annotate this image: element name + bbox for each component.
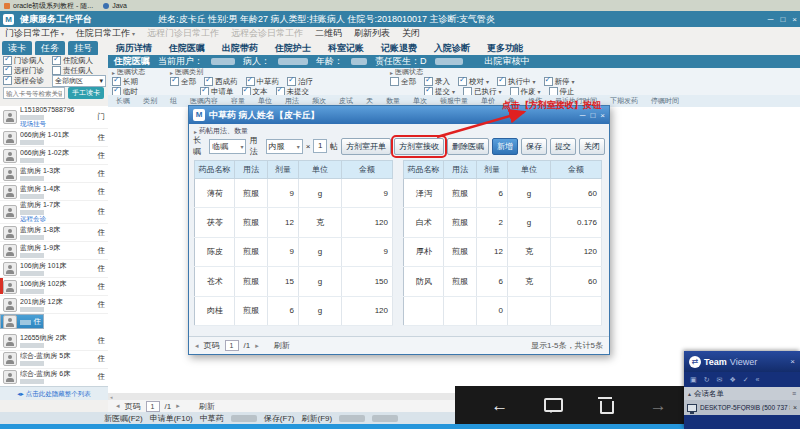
patient-list-item[interactable]: 蓝病房 1-8床 住 <box>0 224 108 242</box>
menu-item[interactable]: 远程会诊日常工作 ▾ <box>231 27 303 40</box>
herb-row[interactable]: 白术煎服2g0.176 <box>404 208 602 237</box>
filter-checkbox[interactable]: 执行中▾ <box>497 77 536 87</box>
session-list-header[interactable]: ▴ 会话名单 ≡ <box>684 387 800 400</box>
patient-list-item[interactable]: 12655病房 2床 住 <box>0 333 108 351</box>
forward-arrow-icon[interactable]: → <box>650 397 667 414</box>
dialog-button[interactable]: 方剂室开单 <box>341 138 391 155</box>
herb-column-header[interactable]: 金额 <box>342 161 393 179</box>
order-column-header[interactable]: 长嘱 <box>116 96 130 106</box>
filter-checkbox[interactable]: 治疗▾ <box>287 77 313 87</box>
filter-checkbox[interactable]: 西成药▾ <box>204 77 238 87</box>
refresh-icon[interactable]: ↻ <box>704 376 710 384</box>
ward-select[interactable]: 全部病区▾ <box>52 75 106 87</box>
next-page-icon[interactable]: ▸ <box>176 402 180 410</box>
herb-row[interactable]: 厚朴煎服12克120 <box>404 237 602 266</box>
order-type-select[interactable]: 临嘱▾ <box>209 139 246 154</box>
herb-column-header[interactable]: 药品名称 <box>195 161 235 179</box>
patient-list-item[interactable]: 066病房 1-02床 住 <box>0 147 108 165</box>
session-entry[interactable]: DESKTOP-5FQR9IB (500 737 88 7 × <box>684 400 800 415</box>
bottom-toolbar-item[interactable]: 刷新(F9) <box>301 413 332 424</box>
dialog-button[interactable]: 方剂室接收 <box>394 138 444 155</box>
filter-checkbox[interactable]: 新停▾ <box>544 77 575 87</box>
prev-page-icon[interactable]: ◂ <box>195 342 199 350</box>
nav-tab[interactable]: 住院护士 <box>275 42 311 55</box>
patient-list-item[interactable]: 蓝病房 1-7床 远程会诊 住 <box>0 201 108 224</box>
order-column-header[interactable]: 停嘱时间 <box>651 96 679 106</box>
patient-list-item[interactable]: 201病房 12床 住 <box>0 296 108 314</box>
refresh-button[interactable]: 刷新 <box>199 401 215 412</box>
menu-item[interactable]: 门诊日常工作 ▾ <box>5 27 64 40</box>
herb-column-header[interactable]: 用法 <box>444 161 477 179</box>
nav-tab[interactable]: 入院诊断 <box>434 42 470 55</box>
patient-list-item[interactable]: 住 <box>0 314 44 329</box>
filter-checkbox[interactable]: 中草药▾ <box>246 77 280 87</box>
herb-column-header[interactable]: 剂量 <box>268 161 299 179</box>
check-icon[interactable]: ✓ <box>743 376 749 384</box>
patient-action-link[interactable]: 远程会诊 <box>20 215 95 223</box>
next-page-icon[interactable]: ▸ <box>255 342 259 350</box>
filter-checkbox[interactable]: 全部▾ <box>390 77 416 87</box>
nav-tab[interactable]: 更多功能 <box>487 42 523 55</box>
video-icon[interactable]: ▣ <box>690 376 697 384</box>
herb-column-header[interactable]: 用法 <box>235 161 268 179</box>
collapse-icon[interactable]: « <box>756 376 760 383</box>
herb-column-header[interactable]: 药品名称 <box>404 161 444 179</box>
expander-icon[interactable]: ▸ <box>390 69 393 76</box>
menu-item[interactable]: 远程门诊日常工作 ▾ <box>147 27 219 40</box>
nav-tab[interactable]: 记账退费 <box>381 42 417 55</box>
scroll-left-icon[interactable]: ◂ <box>110 394 113 400</box>
order-column-header[interactable]: 类别 <box>143 96 157 106</box>
bottom-toolbar-item[interactable] <box>339 415 365 422</box>
expander-icon[interactable]: ▸ <box>194 128 197 135</box>
close-icon[interactable]: × <box>792 15 797 24</box>
order-column-header[interactable]: 下期发药 <box>610 96 638 106</box>
prev-page-icon[interactable]: ◂ <box>116 402 120 410</box>
herb-row[interactable]: 肉桂煎服6g120 <box>195 296 393 325</box>
bottom-toolbar-item[interactable] <box>231 415 257 422</box>
menu-item[interactable]: 住院日常工作 ▾ <box>76 27 135 40</box>
minimize-icon[interactable]: ─ <box>768 15 774 24</box>
taskbar-window-java[interactable]: Java <box>103 2 127 9</box>
order-column-header[interactable]: 组 <box>170 96 177 106</box>
herb-column-header[interactable]: 单位 <box>299 161 342 179</box>
chat-icon[interactable]: ✉ <box>717 376 723 384</box>
dialog-button[interactable]: 关闭 <box>579 138 605 155</box>
list-icon[interactable]: ≡ <box>792 390 796 397</box>
dialog-button[interactable]: 保存 <box>521 138 547 155</box>
herb-column-header[interactable]: 金额 <box>551 161 602 179</box>
refresh-button[interactable]: 刷新 <box>274 340 290 351</box>
patient-list-item[interactable]: 蓝病房 1-3床 住 <box>0 165 108 183</box>
dialog-button[interactable]: 提交 <box>550 138 576 155</box>
nav-tab[interactable]: 住院医嘱 <box>169 42 205 55</box>
herb-row[interactable]: 防风煎服6克60 <box>404 267 602 296</box>
herb-row[interactable]: 薄荷煎服9g9 <box>195 179 393 208</box>
patient-list-item[interactable]: 106病房 102床 住 <box>0 278 108 296</box>
patient-list-item[interactable]: 066病房 1-01床 住 <box>0 129 108 147</box>
maximize-icon[interactable]: □ <box>780 15 785 24</box>
herb-column-header[interactable]: 单位 <box>508 161 551 179</box>
menu-item[interactable]: 关闭 ▾ <box>402 27 420 40</box>
menu-item[interactable]: 刷新列表 ▾ <box>354 27 390 40</box>
herb-column-header[interactable]: 剂量 <box>477 161 508 179</box>
herb-row[interactable]: 0 <box>404 296 602 325</box>
patient-list-item[interactable]: 蓝病房 1-9床 住 <box>0 242 108 260</box>
herb-row[interactable]: 苍术煎服15g150 <box>195 267 393 296</box>
quick-button[interactable]: 任务 <box>35 41 65 56</box>
back-arrow-icon[interactable]: ← <box>491 397 508 414</box>
page-number-input[interactable]: 1 <box>146 401 160 412</box>
usage-select[interactable]: 内服▾ <box>266 139 303 154</box>
sidebar-collapse-bar[interactable]: ◂▸ 点击此处隐藏整个列表 <box>0 386 108 401</box>
sidebar-checkbox[interactable]: 住院病人 <box>52 56 93 66</box>
patient-list-item[interactable]: 综合-蓝病房 5床 住 <box>0 351 108 369</box>
herb-row[interactable]: 茯苓煎服12克120 <box>195 208 393 237</box>
patient-list-item[interactable]: 综合-蓝病房 6床 住 <box>0 369 108 387</box>
bottom-toolbar-item[interactable] <box>372 415 398 422</box>
menu-item[interactable]: 二维码 ▾ <box>315 27 342 40</box>
taskbar-window-oracle[interactable]: oracle初级系列教程 - 随... <box>4 1 93 11</box>
dose-count-input[interactable]: 1 <box>313 139 327 153</box>
sidebar-checkbox[interactable]: 远程会诊 <box>3 76 44 86</box>
patient-list-item[interactable]: L1518057588796 现场挂号 门 <box>0 106 108 129</box>
bottom-toolbar-item[interactable]: 申请单(F10) <box>150 413 193 424</box>
apps-icon[interactable]: ❖ <box>729 376 735 384</box>
bottom-toolbar-item[interactable]: 中草药 <box>200 413 224 424</box>
